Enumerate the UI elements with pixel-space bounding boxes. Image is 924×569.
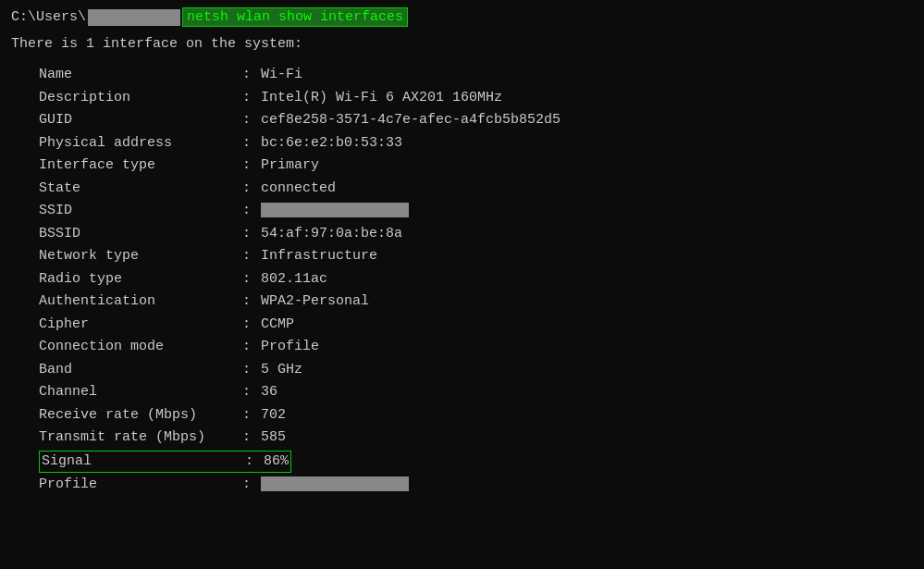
field-colon: : — [242, 246, 261, 267]
ssid-redacted-value — [261, 203, 409, 218]
info-row: Name: Wi-Fi — [39, 65, 913, 86]
info-row: Authentication: WPA2-Personal — [39, 291, 913, 313]
field-value: Primary — [261, 155, 913, 177]
field-label: Connection mode — [39, 337, 242, 358]
info-row: Connection mode: Profile — [39, 337, 913, 358]
field-value: Infrastructure — [261, 246, 913, 267]
field-colon: : — [242, 427, 261, 449]
field-value: 36 — [261, 382, 913, 403]
profile-redacted-value — [261, 476, 409, 492]
field-colon: : — [242, 88, 261, 109]
field-label: Channel — [39, 382, 242, 403]
field-value: 86% — [264, 451, 289, 473]
field-colon: : — [245, 451, 264, 473]
field-label: SSID — [39, 201, 242, 222]
field-label: Cipher — [39, 315, 242, 336]
field-colon: : — [242, 110, 261, 131]
info-row: Cipher: CCMP — [39, 315, 913, 336]
field-colon: : — [242, 155, 261, 177]
header-line: There is 1 interface on the system: — [11, 36, 913, 52]
field-colon: : — [242, 65, 261, 86]
field-colon: : — [242, 133, 261, 155]
info-row: Physical address: bc:6e:e2:b0:53:33 — [39, 133, 913, 155]
field-label: Radio type — [39, 269, 242, 291]
info-row: Receive rate (Mbps): 702 — [39, 405, 913, 427]
field-colon: : — [242, 337, 261, 358]
field-colon: : — [242, 405, 261, 427]
info-row: GUID: cef8e258-3571-4c7e-afec-a4fcb5b852… — [39, 110, 913, 131]
field-value: 585 — [261, 427, 913, 449]
field-colon: : — [242, 291, 261, 313]
field-label: Interface type — [39, 155, 242, 177]
field-value: 702 — [261, 405, 913, 427]
command-text: netsh wlan show interfaces — [182, 7, 408, 27]
field-colon: : — [242, 269, 261, 291]
field-colon: : — [242, 315, 261, 336]
info-row: Network type: Infrastructure — [39, 246, 913, 267]
field-label: GUID — [39, 110, 242, 131]
field-value: 5 GHz — [261, 360, 913, 381]
field-value: bc:6e:e2:b0:53:33 — [261, 133, 913, 155]
info-row: State: connected — [39, 179, 913, 200]
field-value: cef8e258-3571-4c7e-afec-a4fcb5b852d5 — [261, 110, 913, 131]
field-label: State — [39, 179, 242, 200]
field-label: Authentication — [39, 291, 242, 313]
field-colon: : — [242, 360, 261, 381]
field-label: Transmit rate (Mbps) — [39, 427, 242, 449]
field-value: 54:af:97:0a:be:8a — [261, 224, 913, 245]
info-row: Profile: — [39, 475, 913, 496]
field-label: BSSID — [39, 224, 242, 245]
field-value: 802.11ac — [261, 269, 913, 291]
field-label: Band — [39, 360, 242, 381]
field-value: CCMP — [261, 315, 913, 336]
field-value: WPA2-Personal — [261, 291, 913, 313]
info-row: Band: 5 GHz — [39, 360, 913, 381]
field-label: Signal — [42, 451, 245, 473]
field-label: Profile — [39, 475, 242, 496]
info-row: BSSID: 54:af:97:0a:be:8a — [39, 224, 913, 245]
info-row: Transmit rate (Mbps): 585 — [39, 427, 913, 449]
field-label: Network type — [39, 246, 242, 267]
field-value: Wi-Fi — [261, 65, 913, 86]
field-value: connected — [261, 179, 913, 200]
field-label: Physical address — [39, 133, 242, 155]
info-row: Channel: 36 — [39, 382, 913, 403]
field-label: Description — [39, 88, 242, 109]
info-row: Radio type: 802.11ac — [39, 269, 913, 291]
info-table: Name: Wi-FiDescription: Intel(R) Wi-Fi 6… — [39, 65, 913, 496]
info-row: Description: Intel(R) Wi-Fi 6 AX201 160M… — [39, 88, 913, 109]
field-value — [261, 475, 913, 496]
prompt-prefix: C:\Users\ — [11, 9, 86, 25]
field-label: Name — [39, 65, 242, 86]
field-colon: : — [242, 382, 261, 403]
field-colon: : — [242, 475, 261, 496]
command-line: C:\Users\ netsh wlan show interfaces — [11, 7, 913, 27]
field-colon: : — [242, 224, 261, 245]
info-row: Interface type: Primary — [39, 155, 913, 177]
field-colon: : — [242, 179, 261, 200]
field-colon: : — [242, 201, 261, 222]
field-value — [261, 201, 913, 222]
field-value: Profile — [261, 337, 913, 358]
terminal-window: C:\Users\ netsh wlan show interfaces The… — [11, 7, 913, 562]
info-row: Signal: 86% — [39, 451, 291, 474]
info-row: SSID: — [39, 201, 913, 222]
field-label: Receive rate (Mbps) — [39, 405, 242, 427]
username-redacted — [88, 9, 180, 26]
field-value: Intel(R) Wi-Fi 6 AX201 160MHz — [261, 88, 913, 109]
